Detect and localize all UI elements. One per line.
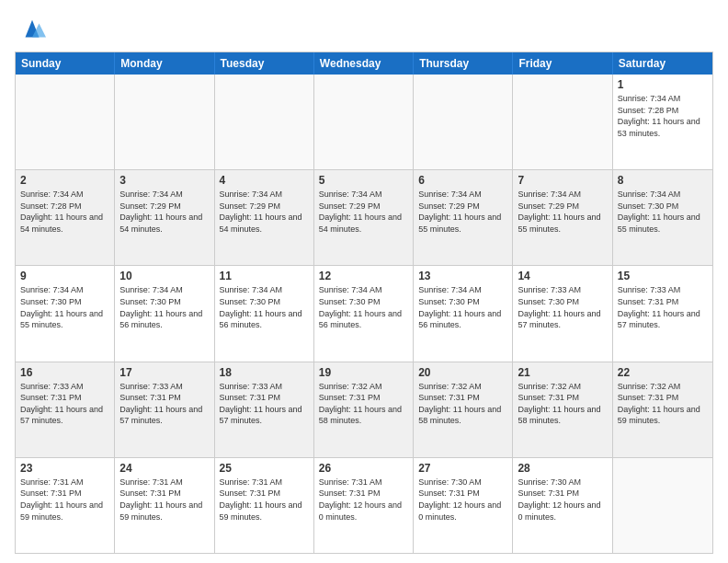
day-info: Sunrise: 7:34 AM Sunset: 7:28 PM Dayligh… bbox=[20, 189, 109, 235]
day-info: Sunrise: 7:34 AM Sunset: 7:30 PM Dayligh… bbox=[319, 284, 408, 330]
header-day-thursday: Thursday bbox=[414, 52, 513, 75]
empty-cell-0-2 bbox=[215, 75, 314, 169]
day-number: 2 bbox=[20, 174, 109, 187]
day-info: Sunrise: 7:32 AM Sunset: 7:31 PM Dayligh… bbox=[618, 381, 708, 427]
day-number: 18 bbox=[220, 366, 309, 379]
day-number: 3 bbox=[119, 174, 209, 187]
calendar-row-2: 9Sunrise: 7:34 AM Sunset: 7:30 PM Daylig… bbox=[16, 265, 712, 361]
day-info: Sunrise: 7:34 AM Sunset: 7:30 PM Dayligh… bbox=[418, 284, 507, 330]
day-info: Sunrise: 7:34 AM Sunset: 7:30 PM Dayligh… bbox=[20, 284, 109, 330]
day-number: 8 bbox=[618, 174, 708, 187]
day-number: 11 bbox=[220, 270, 309, 282]
day-info: Sunrise: 7:31 AM Sunset: 7:31 PM Dayligh… bbox=[119, 477, 209, 523]
day-number: 19 bbox=[319, 366, 408, 379]
day-number: 10 bbox=[119, 270, 209, 282]
day-cell-15: 15Sunrise: 7:33 AM Sunset: 7:31 PM Dayli… bbox=[613, 266, 712, 361]
day-info: Sunrise: 7:30 AM Sunset: 7:31 PM Dayligh… bbox=[518, 477, 607, 523]
calendar-row-3: 16Sunrise: 7:33 AM Sunset: 7:31 PM Dayli… bbox=[16, 362, 712, 457]
day-info: Sunrise: 7:34 AM Sunset: 7:30 PM Dayligh… bbox=[618, 189, 708, 235]
day-cell-13: 13Sunrise: 7:34 AM Sunset: 7:30 PM Dayli… bbox=[414, 266, 513, 361]
day-info: Sunrise: 7:34 AM Sunset: 7:30 PM Dayligh… bbox=[119, 284, 209, 330]
day-number: 23 bbox=[20, 462, 109, 475]
logo bbox=[15, 15, 46, 42]
day-number: 28 bbox=[518, 462, 607, 475]
header-day-sunday: Sunday bbox=[16, 52, 115, 75]
day-cell-1: 1Sunrise: 7:34 AM Sunset: 7:28 PM Daylig… bbox=[613, 75, 712, 169]
day-number: 9 bbox=[20, 270, 109, 282]
empty-cell-0-4 bbox=[414, 75, 513, 169]
day-number: 16 bbox=[20, 366, 109, 379]
day-info: Sunrise: 7:31 AM Sunset: 7:31 PM Dayligh… bbox=[20, 477, 109, 523]
calendar-body: 1Sunrise: 7:34 AM Sunset: 7:28 PM Daylig… bbox=[16, 75, 712, 553]
day-cell-5: 5Sunrise: 7:34 AM Sunset: 7:29 PM Daylig… bbox=[314, 170, 414, 265]
day-info: Sunrise: 7:33 AM Sunset: 7:31 PM Dayligh… bbox=[618, 284, 708, 330]
calendar-row-4: 23Sunrise: 7:31 AM Sunset: 7:31 PM Dayli… bbox=[16, 457, 712, 553]
day-cell-7: 7Sunrise: 7:34 AM Sunset: 7:29 PM Daylig… bbox=[513, 170, 612, 265]
day-number: 13 bbox=[418, 270, 507, 282]
day-cell-8: 8Sunrise: 7:34 AM Sunset: 7:30 PM Daylig… bbox=[613, 170, 712, 265]
day-cell-18: 18Sunrise: 7:33 AM Sunset: 7:31 PM Dayli… bbox=[215, 362, 314, 457]
day-cell-26: 26Sunrise: 7:31 AM Sunset: 7:31 PM Dayli… bbox=[314, 458, 414, 553]
day-cell-2: 2Sunrise: 7:34 AM Sunset: 7:28 PM Daylig… bbox=[16, 170, 115, 265]
day-info: Sunrise: 7:34 AM Sunset: 7:29 PM Dayligh… bbox=[518, 189, 607, 235]
calendar: SundayMondayTuesdayWednesdayThursdayFrid… bbox=[15, 52, 713, 554]
day-info: Sunrise: 7:34 AM Sunset: 7:30 PM Dayligh… bbox=[220, 284, 309, 330]
empty-cell-0-1 bbox=[115, 75, 214, 169]
day-cell-6: 6Sunrise: 7:34 AM Sunset: 7:29 PM Daylig… bbox=[414, 170, 513, 265]
day-number: 20 bbox=[418, 366, 507, 379]
day-info: Sunrise: 7:34 AM Sunset: 7:29 PM Dayligh… bbox=[119, 189, 209, 235]
day-info: Sunrise: 7:31 AM Sunset: 7:31 PM Dayligh… bbox=[220, 477, 309, 523]
day-info: Sunrise: 7:30 AM Sunset: 7:31 PM Dayligh… bbox=[418, 477, 507, 523]
day-cell-14: 14Sunrise: 7:33 AM Sunset: 7:30 PM Dayli… bbox=[513, 266, 612, 361]
day-cell-4: 4Sunrise: 7:34 AM Sunset: 7:29 PM Daylig… bbox=[215, 170, 314, 265]
day-number: 5 bbox=[319, 174, 408, 187]
day-number: 12 bbox=[319, 270, 408, 282]
day-number: 15 bbox=[618, 270, 708, 282]
day-number: 7 bbox=[518, 174, 607, 187]
day-number: 21 bbox=[518, 366, 607, 379]
day-cell-27: 27Sunrise: 7:30 AM Sunset: 7:31 PM Dayli… bbox=[414, 458, 513, 553]
day-number: 22 bbox=[618, 366, 708, 379]
day-cell-20: 20Sunrise: 7:32 AM Sunset: 7:31 PM Dayli… bbox=[414, 362, 513, 457]
day-number: 24 bbox=[119, 462, 209, 475]
empty-cell-0-3 bbox=[314, 75, 414, 169]
day-info: Sunrise: 7:32 AM Sunset: 7:31 PM Dayligh… bbox=[319, 381, 408, 427]
header-day-wednesday: Wednesday bbox=[314, 52, 414, 75]
page: SundayMondayTuesdayWednesdayThursdayFrid… bbox=[0, 0, 728, 563]
day-cell-23: 23Sunrise: 7:31 AM Sunset: 7:31 PM Dayli… bbox=[16, 458, 115, 553]
empty-cell-0-0 bbox=[16, 75, 115, 169]
day-cell-9: 9Sunrise: 7:34 AM Sunset: 7:30 PM Daylig… bbox=[16, 266, 115, 361]
day-cell-10: 10Sunrise: 7:34 AM Sunset: 7:30 PM Dayli… bbox=[115, 266, 214, 361]
day-number: 4 bbox=[220, 174, 309, 187]
day-cell-21: 21Sunrise: 7:32 AM Sunset: 7:31 PM Dayli… bbox=[513, 362, 612, 457]
calendar-row-1: 2Sunrise: 7:34 AM Sunset: 7:28 PM Daylig… bbox=[16, 169, 712, 265]
day-cell-22: 22Sunrise: 7:32 AM Sunset: 7:31 PM Dayli… bbox=[613, 362, 712, 457]
day-cell-17: 17Sunrise: 7:33 AM Sunset: 7:31 PM Dayli… bbox=[115, 362, 214, 457]
day-number: 25 bbox=[220, 462, 309, 475]
day-cell-12: 12Sunrise: 7:34 AM Sunset: 7:30 PM Dayli… bbox=[314, 266, 414, 361]
calendar-header: SundayMondayTuesdayWednesdayThursdayFrid… bbox=[16, 52, 712, 75]
day-info: Sunrise: 7:31 AM Sunset: 7:31 PM Dayligh… bbox=[319, 477, 408, 523]
header bbox=[15, 15, 713, 42]
day-cell-16: 16Sunrise: 7:33 AM Sunset: 7:31 PM Dayli… bbox=[16, 362, 115, 457]
day-cell-28: 28Sunrise: 7:30 AM Sunset: 7:31 PM Dayli… bbox=[513, 458, 612, 553]
empty-cell-0-5 bbox=[513, 75, 612, 169]
day-cell-24: 24Sunrise: 7:31 AM Sunset: 7:31 PM Dayli… bbox=[115, 458, 214, 553]
calendar-row-0: 1Sunrise: 7:34 AM Sunset: 7:28 PM Daylig… bbox=[16, 75, 712, 169]
day-info: Sunrise: 7:33 AM Sunset: 7:31 PM Dayligh… bbox=[119, 381, 209, 427]
header-day-monday: Monday bbox=[115, 52, 214, 75]
day-info: Sunrise: 7:32 AM Sunset: 7:31 PM Dayligh… bbox=[418, 381, 507, 427]
logo-icon bbox=[18, 15, 46, 42]
day-info: Sunrise: 7:34 AM Sunset: 7:29 PM Dayligh… bbox=[418, 189, 507, 235]
day-cell-19: 19Sunrise: 7:32 AM Sunset: 7:31 PM Dayli… bbox=[314, 362, 414, 457]
header-day-saturday: Saturday bbox=[613, 52, 712, 75]
day-cell-11: 11Sunrise: 7:34 AM Sunset: 7:30 PM Dayli… bbox=[215, 266, 314, 361]
day-number: 1 bbox=[618, 78, 708, 91]
day-cell-3: 3Sunrise: 7:34 AM Sunset: 7:29 PM Daylig… bbox=[115, 170, 214, 265]
day-number: 26 bbox=[319, 462, 408, 475]
day-number: 14 bbox=[518, 270, 607, 282]
day-info: Sunrise: 7:33 AM Sunset: 7:31 PM Dayligh… bbox=[220, 381, 309, 427]
day-info: Sunrise: 7:34 AM Sunset: 7:29 PM Dayligh… bbox=[220, 189, 309, 235]
day-number: 17 bbox=[119, 366, 209, 379]
day-number: 6 bbox=[418, 174, 507, 187]
